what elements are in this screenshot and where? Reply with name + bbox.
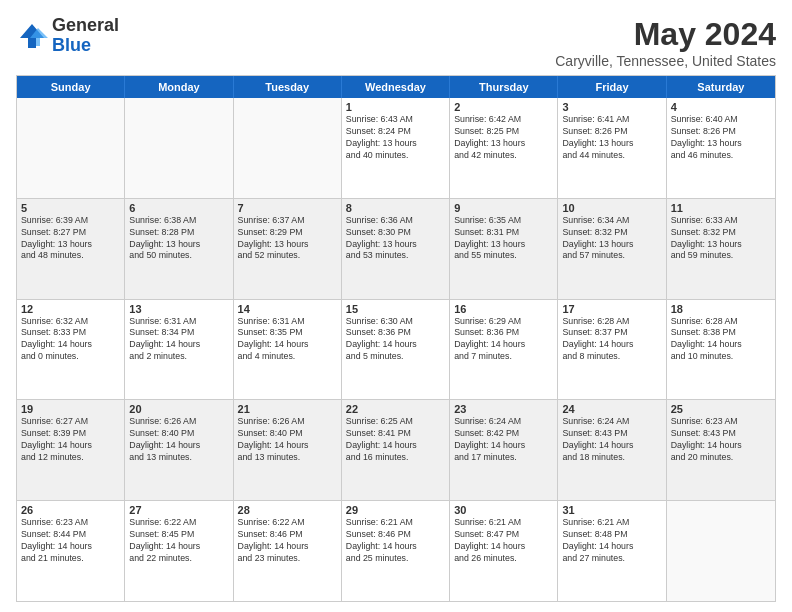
day-number: 20 [129,403,228,415]
calendar-cell: 21Sunrise: 6:26 AM Sunset: 8:40 PM Dayli… [234,400,342,500]
day-number: 9 [454,202,553,214]
calendar-header: SundayMondayTuesdayWednesdayThursdayFrid… [17,76,775,98]
logo-blue: Blue [52,36,119,56]
calendar-cell: 1Sunrise: 6:43 AM Sunset: 8:24 PM Daylig… [342,98,450,198]
day-number: 13 [129,303,228,315]
calendar-header-cell: Sunday [17,76,125,98]
day-info: Sunrise: 6:23 AM Sunset: 8:43 PM Dayligh… [671,416,771,464]
day-number: 3 [562,101,661,113]
day-number: 18 [671,303,771,315]
day-number: 11 [671,202,771,214]
calendar-cell [17,98,125,198]
day-info: Sunrise: 6:31 AM Sunset: 8:35 PM Dayligh… [238,316,337,364]
calendar: SundayMondayTuesdayWednesdayThursdayFrid… [16,75,776,602]
calendar-cell: 27Sunrise: 6:22 AM Sunset: 8:45 PM Dayli… [125,501,233,601]
calendar-cell: 12Sunrise: 6:32 AM Sunset: 8:33 PM Dayli… [17,300,125,400]
day-number: 19 [21,403,120,415]
calendar-cell: 30Sunrise: 6:21 AM Sunset: 8:47 PM Dayli… [450,501,558,601]
calendar-cell: 11Sunrise: 6:33 AM Sunset: 8:32 PM Dayli… [667,199,775,299]
calendar-cell: 13Sunrise: 6:31 AM Sunset: 8:34 PM Dayli… [125,300,233,400]
day-info: Sunrise: 6:41 AM Sunset: 8:26 PM Dayligh… [562,114,661,162]
calendar-cell: 26Sunrise: 6:23 AM Sunset: 8:44 PM Dayli… [17,501,125,601]
calendar-cell: 18Sunrise: 6:28 AM Sunset: 8:38 PM Dayli… [667,300,775,400]
day-number: 26 [21,504,120,516]
calendar-cell: 14Sunrise: 6:31 AM Sunset: 8:35 PM Dayli… [234,300,342,400]
calendar-cell: 22Sunrise: 6:25 AM Sunset: 8:41 PM Dayli… [342,400,450,500]
day-info: Sunrise: 6:43 AM Sunset: 8:24 PM Dayligh… [346,114,445,162]
logo-icon [16,20,48,52]
day-number: 30 [454,504,553,516]
day-number: 14 [238,303,337,315]
main-title: May 2024 [555,16,776,53]
logo-general: General [52,16,119,36]
title-area: May 2024 Caryville, Tennessee, United St… [555,16,776,69]
calendar-header-cell: Friday [558,76,666,98]
calendar-row: 5Sunrise: 6:39 AM Sunset: 8:27 PM Daylig… [17,199,775,300]
day-info: Sunrise: 6:22 AM Sunset: 8:45 PM Dayligh… [129,517,228,565]
calendar-row: 26Sunrise: 6:23 AM Sunset: 8:44 PM Dayli… [17,501,775,601]
day-number: 28 [238,504,337,516]
day-number: 4 [671,101,771,113]
day-number: 10 [562,202,661,214]
calendar-row: 12Sunrise: 6:32 AM Sunset: 8:33 PM Dayli… [17,300,775,401]
calendar-header-cell: Saturday [667,76,775,98]
calendar-cell: 23Sunrise: 6:24 AM Sunset: 8:42 PM Dayli… [450,400,558,500]
calendar-cell: 4Sunrise: 6:40 AM Sunset: 8:26 PM Daylig… [667,98,775,198]
day-number: 8 [346,202,445,214]
calendar-cell: 5Sunrise: 6:39 AM Sunset: 8:27 PM Daylig… [17,199,125,299]
day-number: 1 [346,101,445,113]
calendar-cell: 6Sunrise: 6:38 AM Sunset: 8:28 PM Daylig… [125,199,233,299]
calendar-cell: 20Sunrise: 6:26 AM Sunset: 8:40 PM Dayli… [125,400,233,500]
day-number: 2 [454,101,553,113]
day-info: Sunrise: 6:26 AM Sunset: 8:40 PM Dayligh… [238,416,337,464]
day-number: 17 [562,303,661,315]
day-number: 15 [346,303,445,315]
calendar-cell: 8Sunrise: 6:36 AM Sunset: 8:30 PM Daylig… [342,199,450,299]
day-number: 23 [454,403,553,415]
day-number: 16 [454,303,553,315]
logo-text: General Blue [52,16,119,56]
subtitle: Caryville, Tennessee, United States [555,53,776,69]
calendar-cell: 19Sunrise: 6:27 AM Sunset: 8:39 PM Dayli… [17,400,125,500]
day-number: 25 [671,403,771,415]
day-number: 12 [21,303,120,315]
day-info: Sunrise: 6:40 AM Sunset: 8:26 PM Dayligh… [671,114,771,162]
day-info: Sunrise: 6:30 AM Sunset: 8:36 PM Dayligh… [346,316,445,364]
day-info: Sunrise: 6:21 AM Sunset: 8:46 PM Dayligh… [346,517,445,565]
header: General Blue May 2024 Caryville, Tenness… [16,16,776,69]
day-info: Sunrise: 6:36 AM Sunset: 8:30 PM Dayligh… [346,215,445,263]
logo: General Blue [16,16,119,56]
calendar-header-cell: Thursday [450,76,558,98]
day-number: 24 [562,403,661,415]
calendar-cell: 17Sunrise: 6:28 AM Sunset: 8:37 PM Dayli… [558,300,666,400]
calendar-cell: 25Sunrise: 6:23 AM Sunset: 8:43 PM Dayli… [667,400,775,500]
calendar-cell: 9Sunrise: 6:35 AM Sunset: 8:31 PM Daylig… [450,199,558,299]
calendar-cell [667,501,775,601]
day-info: Sunrise: 6:26 AM Sunset: 8:40 PM Dayligh… [129,416,228,464]
calendar-cell: 28Sunrise: 6:22 AM Sunset: 8:46 PM Dayli… [234,501,342,601]
page: General Blue May 2024 Caryville, Tenness… [0,0,792,612]
day-info: Sunrise: 6:35 AM Sunset: 8:31 PM Dayligh… [454,215,553,263]
day-info: Sunrise: 6:42 AM Sunset: 8:25 PM Dayligh… [454,114,553,162]
calendar-header-cell: Tuesday [234,76,342,98]
calendar-body: 1Sunrise: 6:43 AM Sunset: 8:24 PM Daylig… [17,98,775,601]
day-info: Sunrise: 6:38 AM Sunset: 8:28 PM Dayligh… [129,215,228,263]
day-info: Sunrise: 6:29 AM Sunset: 8:36 PM Dayligh… [454,316,553,364]
day-info: Sunrise: 6:33 AM Sunset: 8:32 PM Dayligh… [671,215,771,263]
day-info: Sunrise: 6:39 AM Sunset: 8:27 PM Dayligh… [21,215,120,263]
day-info: Sunrise: 6:21 AM Sunset: 8:47 PM Dayligh… [454,517,553,565]
calendar-header-cell: Wednesday [342,76,450,98]
day-info: Sunrise: 6:37 AM Sunset: 8:29 PM Dayligh… [238,215,337,263]
calendar-cell: 29Sunrise: 6:21 AM Sunset: 8:46 PM Dayli… [342,501,450,601]
calendar-cell: 24Sunrise: 6:24 AM Sunset: 8:43 PM Dayli… [558,400,666,500]
day-info: Sunrise: 6:21 AM Sunset: 8:48 PM Dayligh… [562,517,661,565]
calendar-row: 19Sunrise: 6:27 AM Sunset: 8:39 PM Dayli… [17,400,775,501]
day-info: Sunrise: 6:25 AM Sunset: 8:41 PM Dayligh… [346,416,445,464]
calendar-cell [234,98,342,198]
day-number: 22 [346,403,445,415]
day-number: 27 [129,504,228,516]
day-number: 6 [129,202,228,214]
day-info: Sunrise: 6:27 AM Sunset: 8:39 PM Dayligh… [21,416,120,464]
calendar-cell: 16Sunrise: 6:29 AM Sunset: 8:36 PM Dayli… [450,300,558,400]
calendar-cell [125,98,233,198]
